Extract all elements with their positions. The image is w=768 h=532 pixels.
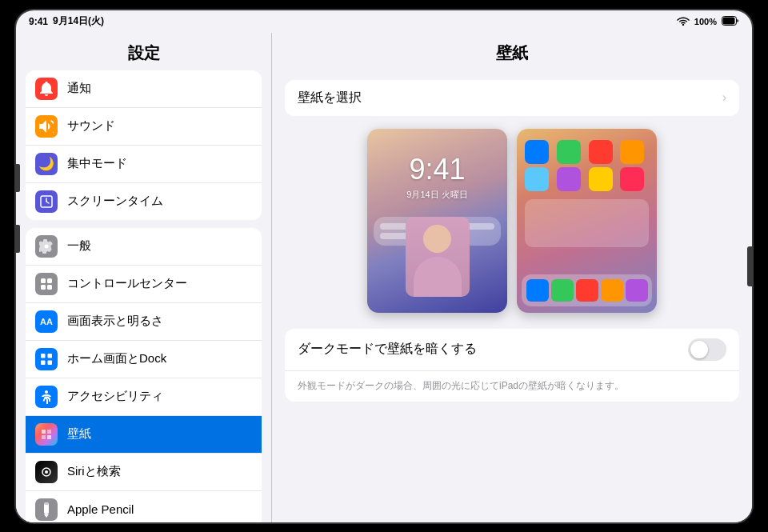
accessibility-icon bbox=[35, 386, 58, 408]
main-content: 設定 通知 bbox=[16, 33, 752, 522]
sidebar-item-applepencil[interactable]: Apple Pencil bbox=[26, 491, 262, 522]
side-button[interactable] bbox=[747, 246, 752, 286]
dock-icon-2 bbox=[551, 279, 574, 302]
svg-rect-2 bbox=[723, 17, 735, 24]
svg-line-5 bbox=[46, 202, 49, 203]
sidebar-item-accessibility[interactable]: アクセシビリティ bbox=[26, 378, 262, 416]
person-body bbox=[414, 257, 462, 297]
notifications-label: 通知 bbox=[67, 81, 252, 96]
chevron-icon: › bbox=[722, 90, 726, 105]
dark-mode-label: ダークモードで壁紙を暗くする bbox=[298, 341, 477, 358]
svg-point-0 bbox=[682, 23, 684, 25]
sidebar-item-screentime[interactable]: スクリーンタイム bbox=[26, 183, 262, 220]
status-bar-right: 100% bbox=[677, 16, 739, 27]
toggle-knob bbox=[690, 341, 708, 358]
sidebar-list: 通知 サウンド 🌙 集中モード bbox=[16, 70, 271, 522]
focus-icon: 🌙 bbox=[35, 153, 58, 175]
svg-rect-8 bbox=[47, 278, 52, 283]
notifications-icon bbox=[35, 78, 58, 100]
time-display: 9:41 bbox=[29, 16, 48, 27]
person-head bbox=[423, 225, 451, 253]
svg-rect-12 bbox=[48, 354, 53, 358]
wallpaper-label: 壁紙 bbox=[67, 426, 252, 442]
sidebar-section-2: 一般 コントロールセンター bbox=[26, 228, 262, 522]
app-icon-4 bbox=[620, 140, 644, 164]
screentime-label: スクリーンタイム bbox=[67, 194, 252, 209]
sound-icon bbox=[35, 115, 58, 138]
sidebar-item-focus[interactable]: 🌙 集中モード bbox=[26, 146, 262, 183]
content-area: 壁紙 壁紙を選択 › 9:41 9月14日 火曜日 bbox=[272, 33, 752, 522]
home-widget bbox=[525, 199, 649, 247]
ipad-frame: 9:41 9月14日(火) 100% bbox=[16, 10, 752, 522]
display-label: 画面表示と明るさ bbox=[67, 314, 252, 329]
svg-rect-7 bbox=[41, 278, 46, 283]
controlcenter-label: コントロールセンター bbox=[67, 276, 252, 291]
accessibility-label: アクセシビリティ bbox=[67, 389, 252, 404]
status-bar: 9:41 9月14日(火) 100% bbox=[16, 10, 752, 33]
screentime-icon bbox=[35, 190, 58, 213]
lock-screen-preview[interactable]: 9:41 9月14日 火曜日 bbox=[367, 129, 507, 313]
svg-point-15 bbox=[45, 390, 48, 394]
app-icon-7 bbox=[589, 167, 613, 191]
wallpaper-select-row[interactable]: 壁紙を選択 › bbox=[285, 80, 739, 116]
svg-point-17 bbox=[45, 470, 48, 474]
app-icon-6 bbox=[557, 167, 581, 191]
battery-display: 100% bbox=[694, 17, 717, 26]
dock-icon-3 bbox=[576, 279, 598, 302]
svg-rect-13 bbox=[41, 360, 46, 365]
volume-down-button[interactable] bbox=[16, 225, 20, 253]
applepencil-icon bbox=[35, 498, 58, 521]
applepencil-label: Apple Pencil bbox=[67, 502, 252, 516]
app-icon-3 bbox=[589, 140, 613, 164]
dock-icon-5 bbox=[626, 279, 648, 302]
homescreen-label: ホーム画面とDock bbox=[67, 351, 252, 366]
display-icon: AA bbox=[35, 310, 58, 333]
controlcenter-icon bbox=[35, 273, 58, 295]
wallpaper-previews: 9:41 9月14日 火曜日 bbox=[285, 129, 739, 313]
dock-icon-1 bbox=[526, 279, 549, 302]
svg-rect-14 bbox=[48, 360, 53, 365]
sidebar: 設定 通知 bbox=[16, 33, 272, 522]
dark-mode-desc-text: 外観モードがダークの場合、周囲の光に応じてiPadの壁紙が暗くなります。 bbox=[298, 380, 624, 391]
person-photo bbox=[406, 217, 470, 297]
sidebar-section-1: 通知 サウンド 🌙 集中モード bbox=[26, 70, 262, 220]
dock-icon-4 bbox=[601, 279, 623, 302]
app-icon-5 bbox=[525, 167, 549, 191]
wifi-icon bbox=[677, 16, 690, 27]
home-dock bbox=[522, 274, 652, 306]
svg-rect-11 bbox=[41, 354, 46, 358]
general-icon bbox=[35, 235, 58, 258]
lock-screen-time: 9:41 bbox=[367, 153, 507, 186]
svg-rect-20 bbox=[44, 502, 49, 505]
sound-label: サウンド bbox=[67, 118, 252, 134]
sidebar-item-controlcenter[interactable]: コントロールセンター bbox=[26, 266, 262, 303]
sidebar-item-wallpaper[interactable]: 壁紙 bbox=[26, 416, 262, 454]
svg-rect-9 bbox=[41, 285, 46, 290]
home-app-grid bbox=[522, 137, 652, 194]
lock-screen-date: 9月14日 火曜日 bbox=[367, 189, 507, 201]
home-screen-preview[interactable] bbox=[517, 129, 657, 313]
focus-label: 集中モード bbox=[67, 156, 252, 171]
sidebar-item-homescreen[interactable]: ホーム画面とDock bbox=[26, 341, 262, 378]
sidebar-item-display[interactable]: AA 画面表示と明るさ bbox=[26, 303, 262, 341]
sidebar-item-siri[interactable]: Siriと検索 bbox=[26, 454, 262, 491]
content-title: 壁紙 bbox=[272, 33, 752, 70]
siri-label: Siriと検索 bbox=[67, 464, 252, 479]
sidebar-item-notifications[interactable]: 通知 bbox=[26, 70, 262, 108]
siri-icon bbox=[35, 461, 58, 483]
date-display: 9月14日(火) bbox=[53, 14, 104, 28]
svg-rect-10 bbox=[47, 285, 52, 290]
app-icon-1 bbox=[525, 140, 549, 164]
homescreen-icon bbox=[35, 348, 58, 370]
sidebar-item-sound[interactable]: サウンド bbox=[26, 108, 262, 146]
sidebar-item-general[interactable]: 一般 bbox=[26, 228, 262, 266]
status-bar-left: 9:41 9月14日(火) bbox=[29, 14, 104, 28]
dark-mode-toggle[interactable] bbox=[688, 338, 726, 361]
wallpaper-icon bbox=[35, 423, 58, 446]
content-body: 壁紙を選択 › 9:41 9月14日 火曜日 bbox=[272, 70, 752, 522]
svg-marker-19 bbox=[44, 514, 49, 518]
dark-mode-description: 外観モードがダークの場合、周囲の光に応じてiPadの壁紙が暗くなります。 bbox=[285, 371, 739, 402]
wallpaper-select-label: 壁紙を選択 bbox=[298, 90, 362, 106]
general-label: 一般 bbox=[67, 238, 252, 254]
volume-up-button[interactable] bbox=[16, 164, 20, 192]
